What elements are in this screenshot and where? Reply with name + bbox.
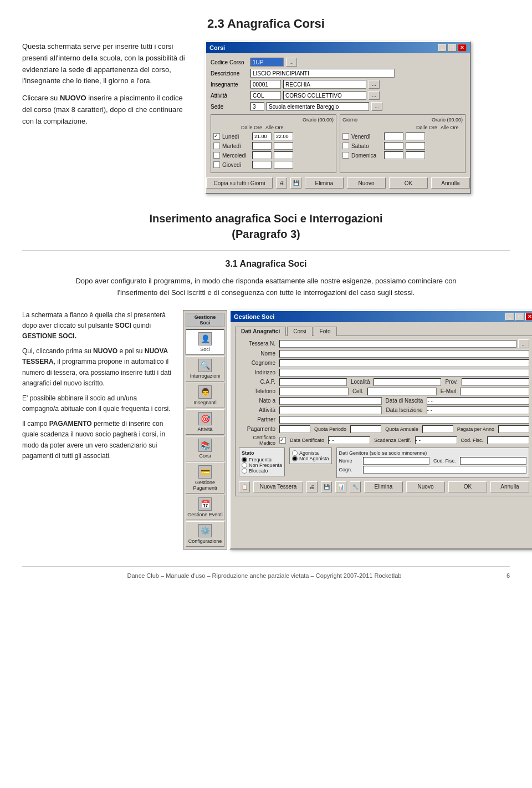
insegnante-code-input[interactable]: 00001	[250, 80, 281, 89]
agonista-radio[interactable]: Agonista	[292, 450, 329, 456]
domenica-alle[interactable]	[406, 151, 425, 159]
pagamento-input[interactable]	[279, 425, 310, 433]
data-cert-input[interactable]: - -	[328, 436, 370, 444]
mercoledi-dalle[interactable]	[252, 151, 272, 159]
prov-input[interactable]	[462, 378, 529, 386]
maximize-btn[interactable]: □	[448, 44, 457, 52]
minimize-btn[interactable]: _	[438, 44, 447, 52]
indirizzo-input[interactable]	[279, 369, 529, 377]
soci-icon4[interactable]: 📊	[335, 481, 346, 492]
martedi-dalle[interactable]	[252, 142, 272, 150]
frequenta-radio-btn[interactable]	[242, 457, 247, 462]
attivita-btn[interactable]: ...	[369, 91, 380, 100]
sidebar-pagamenti[interactable]: 💳 Gestione Pagamenti	[186, 462, 224, 494]
tessera-input[interactable]	[279, 340, 516, 348]
soci-minimize-btn[interactable]: _	[505, 313, 514, 321]
non-frequenta-radio-btn[interactable]	[242, 462, 247, 468]
sidebar-configurazione[interactable]: ⚙️ Configurazione	[186, 521, 224, 547]
attivita-name-input[interactable]: CORSO COLLETTIVO	[283, 91, 366, 100]
quota-periodo-input[interactable]	[350, 425, 381, 433]
cell-input[interactable]	[367, 388, 437, 395]
sede-code-input[interactable]: 3	[250, 102, 264, 111]
mercoledi-checkbox[interactable]	[213, 152, 220, 159]
data-iscrizione-input[interactable]: - -	[427, 406, 529, 414]
frequenta-radio[interactable]: Frequenta	[242, 457, 282, 462]
venerdi-alle[interactable]	[406, 133, 425, 140]
insegnante-name-input[interactable]: RECCHIA	[283, 80, 366, 89]
domenica-checkbox[interactable]	[342, 152, 349, 159]
lunedi-checkbox[interactable]	[213, 133, 220, 140]
nome-gen-input[interactable]	[363, 457, 429, 465]
print-icon[interactable]: 🖨	[276, 177, 287, 189]
sidebar-soci[interactable]: 👤 Soci	[186, 329, 224, 355]
sede-btn[interactable]: ...	[371, 102, 382, 111]
telefono-input[interactable]	[279, 388, 349, 395]
venerdi-checkbox[interactable]	[342, 133, 349, 140]
sabato-alle[interactable]	[406, 142, 425, 150]
copia-button[interactable]: Copia su tutti i Giorni	[206, 177, 273, 189]
mercoledi-alle[interactable]	[274, 151, 293, 159]
nome-input[interactable]	[279, 350, 529, 358]
soci-close-btn[interactable]: ✕	[525, 313, 532, 321]
sidebar-interrogazioni[interactable]: 🔍 Interrogazioni	[186, 356, 224, 382]
insegnante-btn[interactable]: ...	[369, 80, 380, 89]
sidebar-attivita[interactable]: 🎯 Attività	[186, 409, 224, 435]
bloccato-radio[interactable]: Bloccato	[242, 468, 282, 474]
sede-name-input[interactable]: Scuola elementare Bareggio	[267, 102, 369, 111]
soci-icon3[interactable]: 💾	[321, 481, 332, 492]
agonista-radio-btn[interactable]	[292, 450, 298, 456]
cognome-input[interactable]	[279, 359, 529, 367]
martedi-checkbox[interactable]	[213, 143, 220, 149]
sidebar-eventi[interactable]: 📅 Gestione Eventi	[186, 495, 224, 520]
soci-nuovo-button[interactable]: Nuovo	[406, 481, 445, 492]
save-icon[interactable]: 💾	[290, 177, 301, 189]
bloccato-radio-btn[interactable]	[242, 468, 247, 474]
nuovo-button[interactable]: Nuovo	[347, 177, 386, 189]
domenica-dalle[interactable]	[384, 151, 403, 159]
lunedi-alle[interactable]: 22.00	[274, 133, 293, 140]
lunedi-dalle[interactable]: 21.00	[252, 133, 272, 140]
tab-foto[interactable]: Foto	[314, 327, 337, 336]
martedi-alle[interactable]	[274, 142, 293, 150]
pagata-anno-input[interactable]	[498, 425, 529, 433]
close-btn[interactable]: ✕	[458, 44, 467, 52]
nuova-tessera-button[interactable]: Nuova Tessera	[253, 481, 303, 492]
giovedi-checkbox[interactable]	[213, 161, 220, 168]
email-input[interactable]	[460, 388, 529, 395]
ok-button[interactable]: OK	[389, 177, 428, 189]
soci-icon2[interactable]: 🖨	[306, 481, 318, 492]
non-frequenta-radio[interactable]: Non Frequenta	[242, 462, 282, 468]
venerdi-dalle[interactable]	[384, 133, 403, 140]
sabato-dalle[interactable]	[384, 142, 403, 150]
sidebar-insegnanti[interactable]: 👨 Insegnanti	[186, 383, 224, 408]
giovedi-dalle[interactable]	[252, 161, 272, 169]
sidebar-corsi[interactable]: 📚 Corsi	[186, 436, 224, 461]
codice-corso-btn[interactable]: ...	[286, 58, 297, 67]
quota-annuale-input[interactable]	[422, 425, 453, 433]
nato-input[interactable]	[279, 397, 382, 405]
cap-input[interactable]	[279, 378, 347, 386]
cod-fisc-gen-input[interactable]	[460, 457, 526, 465]
soci-ok-button[interactable]: OK	[448, 481, 487, 492]
elimina-button[interactable]: Elimina	[305, 177, 344, 189]
codice-corso-input[interactable]: 1UP	[250, 58, 284, 67]
descrizione-input[interactable]: LISCIO PRINCIPIANTI	[250, 69, 395, 78]
non-agonista-radio[interactable]: Non Agonista	[292, 456, 329, 461]
cod-fisc-input[interactable]	[487, 436, 529, 444]
cogn-gen-input[interactable]	[363, 466, 526, 474]
cert-checkbox[interactable]	[279, 437, 286, 444]
tessera-btn[interactable]: ...	[518, 339, 529, 348]
giovedi-alle[interactable]	[274, 161, 293, 169]
soci-annulla-button[interactable]: Annulla	[490, 481, 529, 492]
soci-elimina-button[interactable]: Elimina	[364, 481, 403, 492]
attivita-code-input[interactable]: COL	[250, 91, 281, 100]
sabato-checkbox[interactable]	[342, 143, 349, 149]
partner-input[interactable]	[279, 416, 529, 424]
scadenza-input[interactable]: - -	[415, 436, 457, 444]
attivita-soci-input[interactable]	[279, 406, 382, 414]
soci-icon5[interactable]: 🔧	[350, 481, 361, 492]
localita-input[interactable]	[374, 378, 441, 386]
tab-dati-anagrafici[interactable]: Dati Anagrafici	[235, 327, 286, 336]
annulla-button[interactable]: Annulla	[431, 177, 470, 189]
soci-icon1[interactable]: 📋	[239, 481, 250, 492]
